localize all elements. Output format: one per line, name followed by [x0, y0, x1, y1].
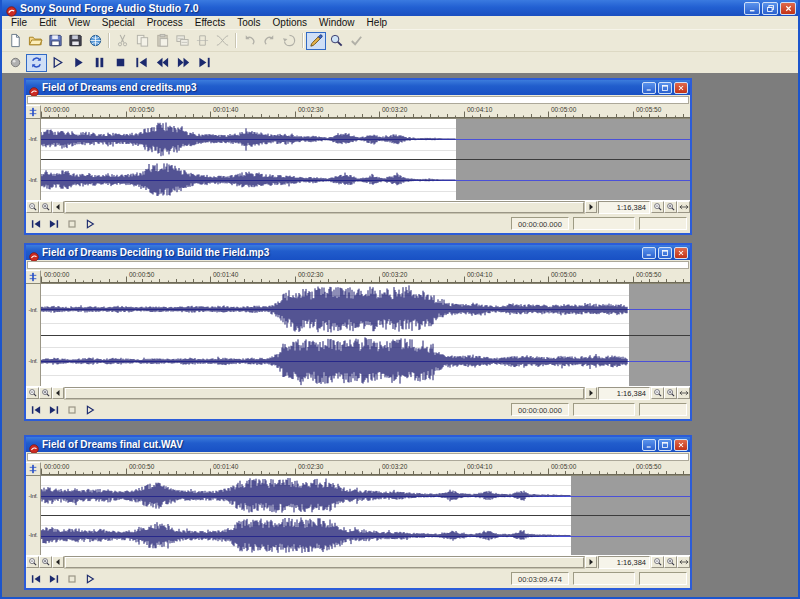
scrollbar-track[interactable] — [64, 201, 585, 214]
zoom-window-button[interactable] — [677, 201, 690, 213]
menu-item-process[interactable]: Process — [141, 16, 189, 29]
go-to-end-button[interactable] — [194, 54, 215, 72]
edit-tool-button[interactable] — [306, 32, 326, 50]
document-titlebar[interactable]: Field of Dreams final cut.WAV — [26, 437, 690, 452]
minimize-button[interactable] — [744, 2, 760, 15]
crossfade-button[interactable] — [212, 32, 232, 50]
overview-bar[interactable] — [27, 261, 689, 269]
selection-end-display[interactable] — [639, 572, 687, 585]
selection-start-display[interactable] — [573, 403, 635, 416]
zoom-in-button[interactable] — [664, 201, 677, 213]
menu-item-edit[interactable]: Edit — [33, 16, 62, 29]
minimize-button[interactable] — [642, 439, 656, 451]
right-channel[interactable] — [41, 516, 690, 555]
zoom-out-button[interactable] — [651, 387, 664, 399]
zoom-out-vertical-button[interactable] — [26, 556, 39, 568]
go-to-start-button[interactable] — [131, 54, 152, 72]
play-normal-button[interactable] — [83, 217, 97, 231]
zoom-out-vertical-button[interactable] — [26, 387, 39, 399]
menu-item-options[interactable]: Options — [267, 16, 313, 29]
undo-button[interactable] — [239, 32, 259, 50]
scroll-left-button[interactable] — [52, 556, 64, 568]
ruler-corner-button[interactable] — [26, 462, 41, 475]
left-channel[interactable] — [41, 119, 690, 160]
new-file-button[interactable] — [5, 32, 25, 50]
go-to-end-button[interactable] — [47, 217, 61, 231]
maximize-button[interactable] — [658, 439, 672, 451]
position-time-display[interactable]: 00:00:00.000 — [511, 403, 569, 416]
stop-playbar-button[interactable] — [65, 403, 79, 417]
waveform-display[interactable] — [41, 476, 690, 555]
zoom-in-vertical-button[interactable] — [39, 387, 52, 399]
scrollbar-track[interactable] — [64, 387, 585, 400]
copy-button[interactable] — [132, 32, 152, 50]
close-icon[interactable] — [674, 82, 688, 94]
zoom-in-button[interactable] — [664, 556, 677, 568]
menu-item-window[interactable]: Window — [313, 16, 361, 29]
right-channel[interactable] — [41, 160, 690, 200]
pause-button[interactable] — [89, 54, 110, 72]
waveform-display[interactable] — [41, 119, 690, 200]
time-ruler[interactable]: 00:00:0000:00:5000:01:4000:02:3000:03:20… — [41, 105, 690, 118]
selection-start-display[interactable] — [573, 217, 635, 230]
overview-bar[interactable] — [27, 453, 689, 461]
selection-start-display[interactable] — [573, 572, 635, 585]
rewind-button[interactable] — [152, 54, 173, 72]
position-time-display[interactable]: 00:00:00.000 — [511, 217, 569, 230]
repeat-button[interactable] — [279, 32, 299, 50]
maximize-button[interactable] — [658, 82, 672, 94]
zoom-out-button[interactable] — [651, 556, 664, 568]
maximize-button[interactable] — [658, 247, 672, 259]
go-to-start-button[interactable] — [29, 217, 43, 231]
zoom-in-vertical-button[interactable] — [39, 201, 52, 213]
scroll-left-button[interactable] — [52, 201, 64, 213]
record-button[interactable] — [5, 54, 26, 72]
play-button[interactable] — [68, 54, 89, 72]
ruler-corner-button[interactable] — [26, 270, 41, 283]
ruler-corner-button[interactable] — [26, 105, 41, 118]
play-normal-button[interactable] — [83, 572, 97, 586]
menu-item-view[interactable]: View — [62, 16, 96, 29]
waveform-display[interactable] — [41, 284, 690, 386]
minimize-button[interactable] — [642, 82, 656, 94]
publish-globe-button[interactable] — [85, 32, 105, 50]
menu-item-effects[interactable]: Effects — [189, 16, 231, 29]
position-time-display[interactable]: 00:03:09.474 — [511, 572, 569, 585]
scroll-right-button[interactable] — [585, 556, 597, 568]
app-titlebar[interactable]: Sony Sound Forge Audio Studio 7.0 — [2, 0, 798, 16]
zoom-out-vertical-button[interactable] — [26, 201, 39, 213]
play-all-button[interactable] — [47, 54, 68, 72]
left-channel[interactable] — [41, 284, 690, 336]
zoom-in-button[interactable] — [664, 387, 677, 399]
stop-playbar-button[interactable] — [65, 572, 79, 586]
zoom-window-button[interactable] — [677, 556, 690, 568]
restore-button[interactable] — [762, 2, 778, 15]
right-channel[interactable] — [41, 336, 690, 387]
scrollbar-thumb[interactable] — [65, 557, 584, 568]
event-tool-button[interactable] — [346, 32, 366, 50]
menu-item-file[interactable]: File — [5, 16, 33, 29]
go-to-start-button[interactable] — [29, 572, 43, 586]
magnify-tool-button[interactable] — [326, 32, 346, 50]
go-to-end-button[interactable] — [47, 403, 61, 417]
stop-button[interactable] — [110, 54, 131, 72]
scrollbar-track[interactable] — [64, 556, 585, 569]
open-folder-button[interactable] — [25, 32, 45, 50]
save-all-button[interactable] — [65, 32, 85, 50]
document-titlebar[interactable]: Field of Dreams Deciding to Build the Fi… — [26, 245, 690, 260]
scroll-right-button[interactable] — [585, 387, 597, 399]
scroll-left-button[interactable] — [52, 387, 64, 399]
close-button[interactable] — [780, 2, 796, 15]
menu-item-tools[interactable]: Tools — [231, 16, 266, 29]
trim-button[interactable] — [192, 32, 212, 50]
selection-end-display[interactable] — [639, 217, 687, 230]
zoom-window-button[interactable] — [677, 387, 690, 399]
menu-item-help[interactable]: Help — [361, 16, 394, 29]
redo-button[interactable] — [259, 32, 279, 50]
play-normal-button[interactable] — [83, 403, 97, 417]
cut-button[interactable] — [112, 32, 132, 50]
stop-playbar-button[interactable] — [65, 217, 79, 231]
scroll-right-button[interactable] — [585, 201, 597, 213]
selection-end-display[interactable] — [639, 403, 687, 416]
save-floppy-button[interactable] — [45, 32, 65, 50]
